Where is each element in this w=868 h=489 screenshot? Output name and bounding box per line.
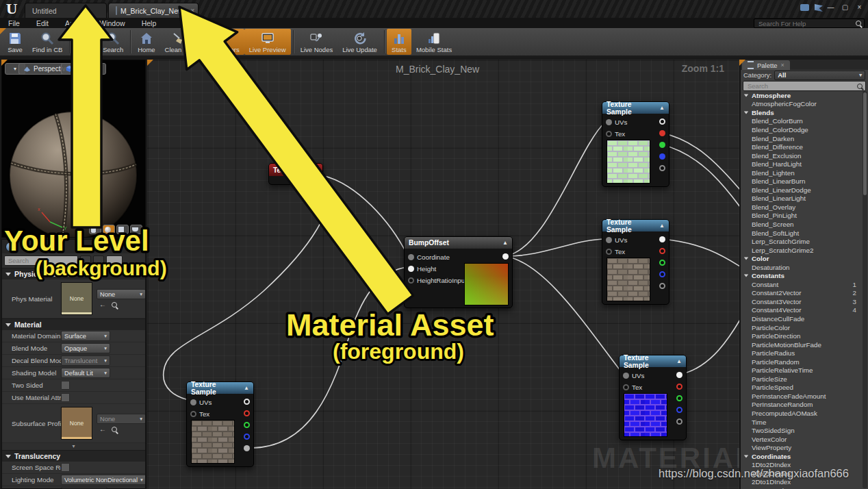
palette-item[interactable]: Constant2Vector2 [741, 289, 862, 298]
toolbar-search-button[interactable]: Search [98, 29, 128, 55]
pin-rgb[interactable] [244, 399, 250, 405]
collapse-icon[interactable]: ▲ [502, 240, 508, 246]
pin-b[interactable] [659, 153, 665, 160]
teapot-shape-button[interactable] [130, 225, 142, 234]
sphere-shape-button[interactable] [103, 225, 115, 234]
tab-untitled[interactable]: Untitled [25, 3, 107, 18]
pin-height-ratio[interactable] [408, 277, 414, 284]
details-view-options-button[interactable] [106, 255, 123, 266]
node-texture-sample-grey[interactable]: Texture Sample▲ UVs Tex [186, 381, 254, 467]
palette-category-row[interactable]: Atmosphere [741, 91, 862, 100]
toolbar-live-preview-button[interactable]: Live Preview [244, 29, 291, 55]
palette-item[interactable]: Constant3Vector3 [741, 297, 862, 306]
toolbar-find-in-cb-button[interactable]: Find in CB [27, 29, 67, 55]
pin-rgb[interactable] [659, 236, 665, 242]
palette-item[interactable]: 3Dto1DIndex [741, 486, 862, 489]
dropdown-lighting-mode[interactable]: Volumetric NonDirectional▾ [61, 475, 146, 485]
menu-asset[interactable]: Asset [57, 19, 91, 27]
node-texture-sample-green[interactable]: Texture Sample▲ UVs Tex [602, 101, 669, 187]
pin-r[interactable] [676, 384, 682, 390]
palette-close-icon[interactable]: × [781, 62, 784, 68]
toolbar-connectors-button[interactable]: Connectors [201, 29, 244, 55]
asset-dropdown[interactable]: None▾ [97, 289, 146, 299]
dropdown-blend-mode[interactable]: Opaque▾ [61, 343, 110, 353]
pin-tex[interactable] [606, 249, 612, 255]
pin-height[interactable] [408, 266, 414, 272]
palette-item[interactable]: DistanceCullFade [741, 314, 862, 323]
preview-viewport[interactable]: x Y ▾ Perspective Show [1, 60, 146, 238]
palette-item[interactable]: Desaturation [741, 263, 862, 272]
palette-item[interactable]: Blend_ColorBurn [741, 117, 862, 126]
pin-rgb[interactable] [676, 372, 682, 378]
pin-uvs[interactable] [190, 399, 196, 405]
browse-to-asset-icon[interactable] [112, 302, 117, 308]
pin-a[interactable] [676, 418, 682, 425]
use-selected-asset-icon[interactable]: ← [99, 426, 106, 433]
feedback-bubble-icon[interactable] [800, 4, 809, 11]
tab-material-asset[interactable]: M_Brick_Clay_New × [108, 3, 199, 18]
palette-item[interactable]: Blend_LinearDodge [741, 186, 862, 195]
collapse-icon[interactable]: ▲ [244, 385, 249, 391]
dropdown-shading-model[interactable]: Default Lit▾ [61, 368, 110, 378]
pin-uvs[interactable] [606, 119, 612, 125]
palette-item[interactable]: Blend_HardLight [741, 160, 862, 168]
palette-item[interactable]: Time [741, 418, 862, 427]
details-search-input[interactable] [7, 256, 75, 265]
maximize-button[interactable]: ▢ [839, 2, 851, 12]
toolbar-live-nodes-button[interactable]: Live Nodes [296, 29, 338, 55]
use-selected-asset-icon[interactable]: ← [99, 301, 106, 308]
palette-category-row[interactable]: Coordinates [741, 452, 862, 461]
pin-r[interactable] [244, 410, 250, 416]
details-search-box[interactable] [4, 255, 78, 266]
pin-tex[interactable] [190, 411, 196, 417]
palette-category-row[interactable]: Blends [741, 108, 862, 117]
help-search-box[interactable] [754, 18, 865, 28]
pin-b[interactable] [244, 434, 250, 440]
palette-item[interactable]: Constant1 [741, 280, 862, 289]
menu-window[interactable]: Window [91, 19, 133, 27]
details-filter-button[interactable] [80, 255, 91, 266]
toolbar-mobile-stats-button[interactable]: Mobile Stats [411, 29, 457, 55]
palette-item[interactable]: Blend_Difference [741, 142, 862, 151]
palette-item[interactable]: Lerp_ScratchGrime [741, 237, 862, 246]
node-texcoord[interactable]: TexC ▼ [268, 163, 323, 185]
section-header-material[interactable]: Material [2, 318, 145, 330]
scrollbar-thumb[interactable] [863, 92, 867, 195]
palette-item[interactable]: Blend_ColorDodge [741, 125, 862, 134]
category-dropdown[interactable]: All ▾ [774, 71, 865, 80]
details-settings-button[interactable] [93, 255, 104, 266]
pin-a[interactable] [659, 283, 665, 289]
collapse-icon[interactable]: ▲ [676, 358, 682, 364]
pin-uvs[interactable] [623, 373, 629, 379]
pin-uvs[interactable] [606, 237, 612, 243]
section-header-translucency[interactable]: Translucency [2, 450, 145, 462]
toolbar-live-update-button[interactable]: Live Update [337, 29, 382, 55]
toolbar-apply-button[interactable]: Apply [72, 29, 98, 55]
palette-item[interactable]: PerInstanceRandom [741, 401, 862, 410]
pin-b[interactable] [676, 407, 682, 413]
tab-close-icon[interactable]: × [191, 7, 195, 14]
material-graph-canvas[interactable]: M_Brick_Clay_New Zoom 1:1 MATERIAL TexC … [147, 60, 739, 489]
pin-g[interactable] [244, 422, 250, 428]
palette-category-row[interactable]: Constants [741, 271, 862, 280]
palette-item[interactable]: Constant4Vector4 [741, 306, 862, 315]
show-button[interactable]: Show [61, 63, 106, 75]
palette-search-input[interactable] [746, 82, 857, 90]
palette-item[interactable]: PerInstanceFadeAmount [741, 392, 862, 401]
pin-a[interactable] [244, 445, 250, 451]
palette-item[interactable]: Blend_Screen [741, 220, 862, 229]
expand-icon[interactable]: ▼ [313, 167, 318, 173]
toolbar-save-button[interactable]: Save [3, 29, 27, 55]
palette-item[interactable]: TwoSidedSign [741, 426, 862, 435]
pin-coordinate[interactable] [408, 254, 414, 260]
palette-tab[interactable]: Palette × [742, 60, 790, 70]
palette-category-row[interactable]: Color [741, 254, 862, 263]
palette-item[interactable]: ParticleRandom [741, 358, 862, 366]
collapse-icon[interactable]: ▲ [659, 223, 665, 229]
palette-item[interactable]: Blend_PinLight [741, 212, 862, 221]
pin-tex[interactable] [606, 131, 612, 137]
asset-thumbnail[interactable]: None [61, 407, 92, 440]
palette-item[interactable]: Lerp_ScratchGrime2 [741, 246, 862, 255]
checkbox-screen-space-re[interactable] [61, 463, 70, 472]
flag-icon[interactable] [815, 4, 823, 12]
